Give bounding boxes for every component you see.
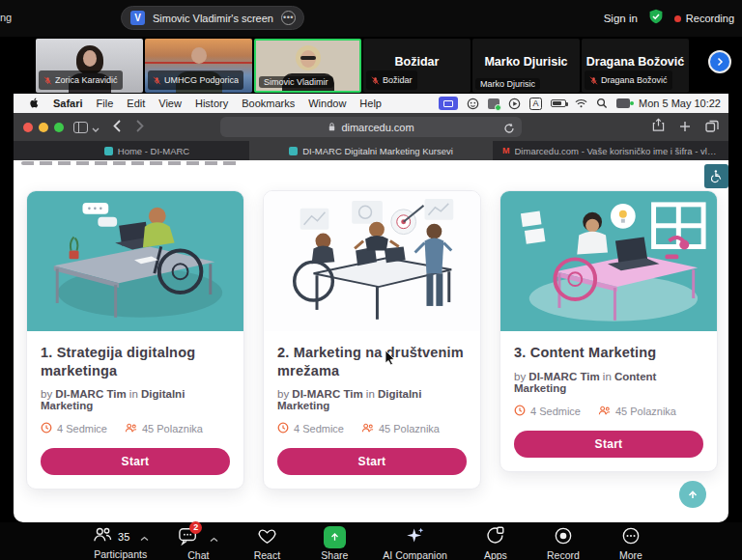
- recording-dot-icon: [674, 15, 681, 22]
- keyboard-layout-icon[interactable]: A: [529, 98, 542, 110]
- chevron-down-icon[interactable]: [92, 119, 100, 136]
- share-page-button[interactable]: [652, 118, 665, 136]
- tab-dimarc-kursevi-active[interactable]: DI-MARC Digitalni Marketing Kursevi: [249, 141, 493, 160]
- recording-indicator[interactable]: Recording: [674, 13, 734, 24]
- chevron-up-icon[interactable]: [140, 528, 149, 546]
- apple-menu-icon[interactable]: [29, 97, 40, 111]
- record-icon: [554, 526, 573, 549]
- screen-share-indicator-icon[interactable]: [439, 97, 458, 110]
- accessibility-widget-button[interactable]: [704, 164, 728, 188]
- course-cards-row: 1. Strategija digitalnog marketinga by D…: [26, 190, 718, 490]
- webcam-status-icon[interactable]: [467, 98, 479, 110]
- chat-button[interactable]: 2 Chat: [178, 526, 218, 560]
- react-button[interactable]: React: [247, 526, 286, 560]
- course-card-2: 2. Marketing na društvenim mrežama by DI…: [263, 190, 481, 490]
- participant-video-strip: Zorica Karavidić UMHCG Podgorica Simovic…: [36, 39, 689, 93]
- scroll-to-top-button[interactable]: [679, 481, 706, 508]
- course-title: 3. Content Marketing: [514, 344, 703, 362]
- safari-toolbar: dimarcedu.com: [14, 113, 728, 141]
- apps-button[interactable]: Apps: [476, 526, 515, 560]
- menu-bar-status-icons: A Mon 5 May 10:22: [439, 94, 721, 113]
- participants-button[interactable]: 35 Participants: [92, 526, 149, 560]
- course-illustration-2: [264, 191, 480, 331]
- menu-window[interactable]: Window: [308, 98, 346, 109]
- menu-bar-clock[interactable]: Mon 5 May 10:22: [639, 98, 721, 109]
- close-window-button[interactable]: [23, 123, 33, 132]
- menu-help[interactable]: Help: [359, 98, 382, 109]
- dimarc-favicon: [289, 147, 298, 155]
- participant-tile-marko[interactable]: Marko Djurisic Marko Djurisic: [472, 39, 580, 93]
- record-button[interactable]: Record: [544, 526, 583, 560]
- shared-screen-title-pill[interactable]: V Simovic Vladimir's screen •••: [121, 6, 304, 30]
- course-card-body: 1. Strategija digitalnog marketinga by D…: [27, 331, 243, 489]
- tab-overview-button[interactable]: [705, 119, 719, 136]
- control-center-icon[interactable]: [616, 98, 630, 108]
- minimize-window-button[interactable]: [39, 123, 48, 132]
- participant-name-label: Dragana Božović: [585, 70, 672, 90]
- course-illustration-1: [27, 191, 243, 331]
- more-button[interactable]: More: [612, 526, 650, 560]
- course-author[interactable]: DI-MARC Tim: [528, 371, 599, 382]
- participant-tile-zorica[interactable]: Zorica Karavidić: [36, 39, 143, 93]
- course-title: 2. Marketing na društvenim mrežama: [277, 344, 467, 379]
- course-duration: 4 Sedmice: [277, 422, 344, 435]
- start-course-button[interactable]: Start: [41, 448, 230, 475]
- address-bar[interactable]: dimarcedu.com: [220, 117, 522, 137]
- reload-button[interactable]: [503, 121, 515, 138]
- muted-mic-icon: [43, 71, 52, 89]
- sign-in-button[interactable]: Sign in: [604, 13, 638, 24]
- zoom-window-button[interactable]: [54, 123, 64, 132]
- playback-status-icon[interactable]: [508, 98, 521, 110]
- course-byline: by DI-MARC Tim in Digitalni Marketing: [277, 388, 467, 411]
- more-icon: [621, 526, 641, 549]
- clipped-heading-sliver: [21, 161, 239, 165]
- participant-name-label: UMHCG Podgorica: [148, 70, 243, 90]
- forward-button[interactable]: [136, 119, 144, 136]
- app-status-icon[interactable]: [488, 98, 499, 109]
- screen-options-button[interactable]: •••: [281, 11, 296, 25]
- participant-name-label: Zorica Karavidić: [39, 70, 123, 90]
- heart-icon: [257, 526, 277, 548]
- spotlight-search-icon[interactable]: [596, 98, 608, 109]
- participant-tile-bozidar[interactable]: Božidar Božidar: [363, 39, 471, 93]
- participant-name: Zorica Karavidić: [55, 75, 118, 85]
- sharer-avatar: V: [130, 11, 145, 25]
- recording-label: Recording: [686, 13, 734, 24]
- ai-companion-button[interactable]: AI Companion: [383, 526, 447, 560]
- clock-icon: [277, 422, 289, 435]
- chevron-up-icon[interactable]: [210, 529, 218, 546]
- start-course-button[interactable]: Start: [514, 431, 703, 458]
- tab-home-dimarc[interactable]: Home - DI-MARC: [44, 141, 249, 160]
- mouse-cursor: [385, 350, 396, 370]
- menu-safari[interactable]: Safari: [53, 98, 83, 109]
- apps-icon: [485, 525, 505, 549]
- tab-gmail-credentials[interactable]: M Dimarcedu.com - Vaše korisničko ime i …: [493, 141, 728, 160]
- menu-file[interactable]: File: [97, 98, 114, 109]
- participant-name: Dragana Božović: [601, 75, 668, 85]
- course-author[interactable]: DI-MARC Tim: [292, 388, 362, 400]
- course-duration: 4 Sedmice: [41, 422, 107, 435]
- participant-tile-simovic-active-speaker[interactable]: Simovic Vladimir: [254, 39, 361, 93]
- share-screen-button[interactable]: Share: [315, 526, 354, 560]
- back-button[interactable]: [113, 119, 121, 136]
- participant-tile-umhcg[interactable]: UMHCG Podgorica: [145, 39, 252, 93]
- new-tab-button[interactable]: [679, 119, 691, 136]
- wifi-icon[interactable]: [575, 98, 587, 108]
- chat-unread-badge: 2: [189, 521, 202, 534]
- battery-icon[interactable]: [551, 99, 566, 107]
- course-meta: 4 Sedmice 45 Polaznika: [41, 422, 230, 435]
- zoom-bottom-toolbar: 35 Participants 2 Chat React: [0, 522, 742, 560]
- course-author[interactable]: DI-MARC Tim: [55, 388, 126, 400]
- participant-tile-dragana[interactable]: Dragana Božović Dragana Božović: [582, 39, 689, 93]
- sidebar-icon[interactable]: [73, 122, 88, 133]
- start-course-button[interactable]: Start: [277, 448, 467, 475]
- gallery-next-page-button[interactable]: [708, 50, 731, 73]
- menu-history[interactable]: History: [195, 98, 228, 109]
- encryption-shield-icon[interactable]: [648, 9, 664, 29]
- menu-bookmarks[interactable]: Bookmarks: [242, 98, 295, 109]
- toolbar-right-buttons: [652, 118, 719, 136]
- course-card-1: 1. Strategija digitalnog marketinga by D…: [26, 190, 244, 490]
- macos-menu-bar: Safari File Edit View History Bookmarks …: [14, 94, 728, 113]
- menu-edit[interactable]: Edit: [127, 98, 145, 109]
- menu-view[interactable]: View: [158, 98, 182, 109]
